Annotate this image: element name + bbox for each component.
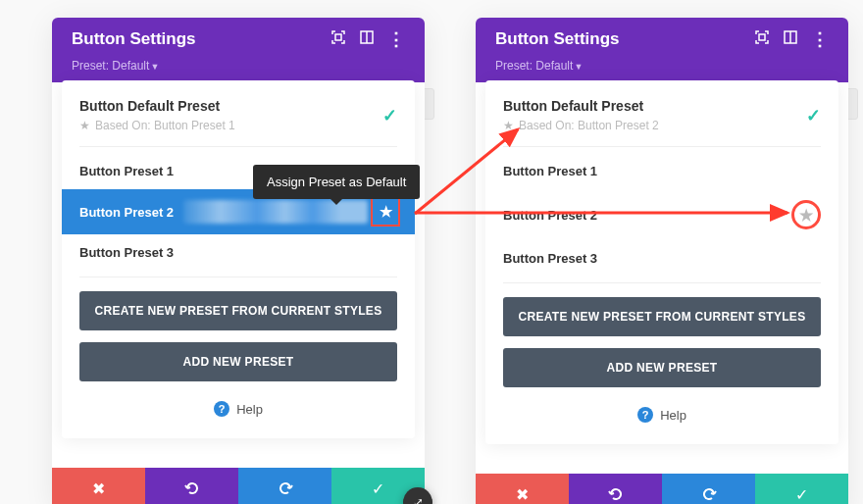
help-icon: ? xyxy=(637,407,653,423)
cancel-button[interactable]: ✖ xyxy=(52,468,145,504)
reset-scope-icon[interactable] xyxy=(330,29,346,49)
preset-item[interactable]: Button Preset 1 xyxy=(503,153,821,189)
default-preset-title: Button Default Preset xyxy=(79,98,382,114)
columns-icon[interactable] xyxy=(360,30,374,48)
cancel-button[interactable]: ✖ xyxy=(476,474,569,504)
chevron-down-icon: ▼ xyxy=(574,62,583,72)
create-preset-button[interactable]: CREATE NEW PRESET FROM CURRENT STYLES xyxy=(79,291,397,330)
panel-header: Button Settings ⋮ xyxy=(52,18,425,59)
reset-scope-icon[interactable] xyxy=(754,29,770,49)
divider xyxy=(79,277,397,277)
preset-item[interactable]: Button Preset 3 xyxy=(503,240,821,277)
add-preset-button[interactable]: ADD NEW PRESET xyxy=(79,342,397,381)
help-link[interactable]: ? Help xyxy=(79,393,397,428)
svg-rect-0 xyxy=(335,34,341,40)
based-on-label: ★ Based On: Button Preset 1 xyxy=(79,119,382,132)
preset-dropdown[interactable]: Preset: Default▼ xyxy=(52,59,425,82)
undo-button[interactable] xyxy=(569,474,662,504)
based-on-label: ★ Based On: Button Preset 2 xyxy=(503,119,806,132)
preset-dropdown[interactable]: Preset: Default▼ xyxy=(476,59,848,82)
star-icon: ★ xyxy=(79,119,90,132)
settings-panel-after: Button Settings ⋮ Preset: Default▼ Butto… xyxy=(476,18,848,504)
help-icon: ? xyxy=(214,401,229,417)
default-preset-row[interactable]: Button Default Preset ★ Based On: Button… xyxy=(503,80,821,147)
help-link[interactable]: ? Help xyxy=(503,399,821,434)
expand-fab[interactable]: ⤢ xyxy=(403,487,432,504)
save-button[interactable]: ✓ xyxy=(755,474,848,504)
default-preset-title: Button Default Preset xyxy=(503,98,806,114)
chevron-down-icon: ▼ xyxy=(150,62,159,72)
create-preset-button[interactable]: CREATE NEW PRESET FROM CURRENT STYLES xyxy=(503,297,821,336)
more-icon[interactable]: ⋮ xyxy=(387,34,405,44)
settings-panel-before: Button Settings ⋮ Preset: Default▼ Butto… xyxy=(52,18,425,504)
panel-title: Button Settings xyxy=(495,29,754,49)
preset-item[interactable]: Button Preset 3 xyxy=(79,234,397,271)
svg-rect-3 xyxy=(759,34,765,40)
check-icon: ✓ xyxy=(806,105,821,126)
annotation-arrow xyxy=(410,201,802,230)
default-preset-row[interactable]: Button Default Preset ★ Based On: Button… xyxy=(79,80,397,147)
divider xyxy=(503,282,821,283)
columns-icon[interactable] xyxy=(784,30,797,48)
undo-button[interactable] xyxy=(145,468,238,504)
assign-default-button[interactable]: ★ xyxy=(374,200,397,224)
check-icon: ✓ xyxy=(382,105,397,126)
redo-button[interactable] xyxy=(238,468,331,504)
assign-default-tooltip: Assign Preset as Default xyxy=(253,165,420,199)
panel-footer: ✖ ✓ xyxy=(52,468,425,504)
add-preset-button[interactable]: ADD NEW PRESET xyxy=(503,348,821,387)
star-icon: ★ xyxy=(380,203,392,221)
redo-button[interactable] xyxy=(662,474,755,504)
more-icon[interactable]: ⋮ xyxy=(811,34,829,44)
panel-footer: ✖ ✓ xyxy=(476,474,848,504)
panel-header: Button Settings ⋮ xyxy=(476,18,848,59)
panel-title: Button Settings xyxy=(72,29,330,49)
